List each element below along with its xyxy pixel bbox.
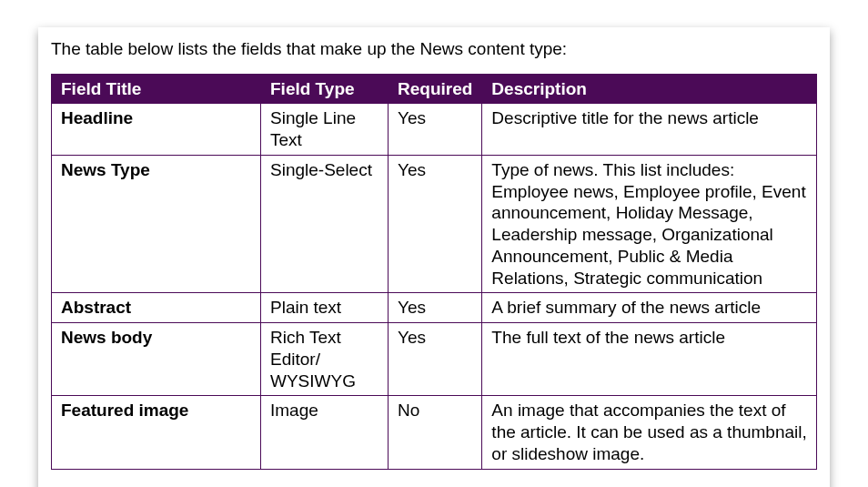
cell-type: Rich Text Editor/ WYSIWYG [261,323,389,396]
cell-title: News Type [52,155,261,293]
fields-table: Field Title Field Type Required Descript… [51,74,817,470]
table-row: Featured image Image No An image that ac… [52,396,817,469]
cell-type: Single Line Text [261,104,389,156]
col-header-description: Description [482,74,817,104]
cell-type: Single-Select [261,155,389,293]
table-row: News body Rich Text Editor/ WYSIWYG Yes … [52,323,817,396]
table-row: News Type Single-Select Yes Type of news… [52,155,817,293]
table-row: Headline Single Line Text Yes Descriptiv… [52,104,817,156]
cell-title: Headline [52,104,261,156]
document-sheet: The table below lists the fields that ma… [38,27,830,487]
cell-desc: A brief summary of the news article [482,293,817,323]
cell-required: No [389,396,482,469]
col-header-required: Required [389,74,482,104]
cell-type: Image [261,396,389,469]
col-header-title: Field Title [52,74,261,104]
cell-required: Yes [389,104,482,156]
table-row: Abstract Plain text Yes A brief summary … [52,293,817,323]
cell-title: News body [52,323,261,396]
cell-desc: An image that accompanies the text of th… [482,396,817,469]
table-header-row: Field Title Field Type Required Descript… [52,74,817,104]
cell-title: Abstract [52,293,261,323]
cell-desc: Type of news. This list includes: Employ… [482,155,817,293]
cell-desc: The full text of the news article [482,323,817,396]
col-header-type: Field Type [261,74,389,104]
intro-text: The table below lists the fields that ma… [51,38,817,61]
cell-required: Yes [389,293,482,323]
cell-title: Featured image [52,396,261,469]
cell-type: Plain text [261,293,389,323]
cell-required: Yes [389,155,482,293]
cell-desc: Descriptive title for the news article [482,104,817,156]
cell-required: Yes [389,323,482,396]
